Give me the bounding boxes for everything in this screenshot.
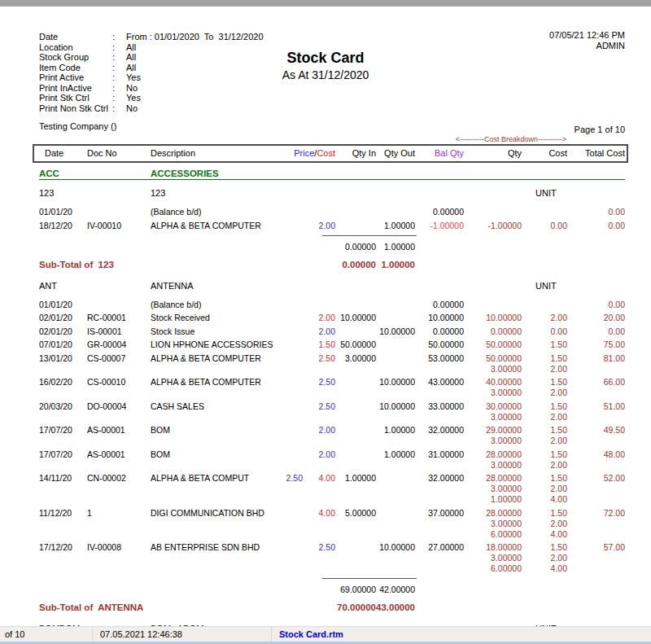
param-colon: :: [112, 93, 126, 103]
totals-rule-row: [0, 235, 651, 237]
txn-date: 20/03/20: [39, 401, 84, 412]
txn-price: 2.50: [295, 401, 335, 412]
transaction-row: 01/01/20(Balance b/d)0.000000.00: [0, 207, 651, 217]
txn-doc-no: CS-00010: [87, 377, 149, 388]
group-code: ACC: [39, 169, 84, 179]
header-breakdown-cost: Cost: [517, 148, 567, 159]
txn-description: BOM: [151, 425, 293, 436]
param-colon: :: [112, 32, 126, 42]
txn-breakdown-qty: 30.000003.00000: [467, 401, 522, 423]
txn-breakdown-qty: 50.00000: [467, 340, 522, 350]
txn-qty-out: 10.00000: [365, 326, 415, 337]
txn-total-cost: 0.00: [568, 326, 625, 337]
txn-bal-qty: 0.00000: [409, 207, 464, 217]
txn-total-cost: 0.00: [568, 300, 625, 310]
report-meta: 07/05/21 12:46 PM ADMIN: [549, 30, 625, 51]
txn-qty-out: 10.00000: [365, 542, 415, 553]
param-row: Print Non Stk Ctrl:No: [39, 103, 264, 114]
transaction-row: 18/12/20IV-00010ALPHA & BETA COMPUTER2.0…: [0, 221, 651, 231]
subtotal-qty-out: 43.00000: [365, 602, 415, 613]
item-name: ANTENNA: [151, 281, 293, 291]
txn-total-cost: 48.00: [568, 449, 625, 460]
txn-total-cost: 81.00: [568, 353, 625, 364]
generated-datetime: 07/05/21 12:46 PM: [549, 30, 625, 41]
txn-price: 2.00: [295, 425, 335, 436]
txn-doc-no: GR-00004: [87, 340, 149, 350]
subtotal-qty-out: 1.00000: [365, 260, 415, 270]
txn-bal-qty: 0.00000: [409, 300, 464, 310]
txn-doc-no: AS-00001: [87, 449, 149, 460]
txn-date: 11/12/20: [39, 508, 84, 519]
txn-qty-in: 3.00000: [326, 353, 376, 364]
txn-doc-no: RC-00001: [87, 313, 149, 323]
txn-breakdown-qty: 28.000003.00000: [467, 449, 522, 471]
item-uom: UNIT: [535, 281, 557, 291]
txn-breakdown-qty: 29.000003.00000: [467, 425, 522, 446]
group-name: ACCESSORIES: [151, 169, 293, 179]
txn-total-cost: 75.00: [568, 340, 625, 350]
header-doc-no: Doc No: [87, 148, 149, 159]
txn-doc-no: CS-00007: [87, 353, 149, 364]
item-uom: UNIT: [535, 188, 557, 199]
cost-breakdown-label: <----------Cost Breakdown---------->: [449, 135, 573, 143]
txn-date: 01/01/20: [39, 300, 84, 310]
txn-qty-out: 10.00000: [365, 377, 415, 388]
txn-price: 2.50: [295, 542, 335, 553]
txn-breakdown-cost: 1.502.004.00: [517, 508, 567, 540]
txn-qty-out: 10.00000: [365, 401, 415, 412]
param-row: Print InActive:No: [39, 83, 264, 94]
txn-doc-no: IS-00001: [87, 326, 149, 337]
item-code: ANT: [39, 281, 84, 291]
window-top-bar: [0, 0, 651, 7]
txn-price: 2.00: [295, 449, 335, 460]
txn-date: 13/01/20: [39, 353, 84, 364]
txn-breakdown-qty: 28.000003.000001.00000: [467, 473, 522, 505]
header-price: Price: [294, 148, 314, 158]
totals-underline: [322, 235, 417, 236]
transaction-row: 20/03/20DO-00004CASH SALES2.5010.0000033…: [0, 401, 651, 423]
param-colon: :: [112, 83, 126, 94]
transaction-row: 13/01/20CS-00007ALPHA & BETA COMPUTER2.5…: [0, 353, 651, 375]
txn-description: (Balance b/d): [151, 300, 293, 310]
txn-bal-qty: 0.00000: [409, 326, 464, 337]
txn-description: Stock Issue: [151, 326, 293, 337]
txn-breakdown-cost: 1.502.00: [517, 425, 567, 446]
param-row: Date:From : 01/01/2020 To 31/12/2020: [39, 32, 264, 42]
param-label: Print Non Stk Ctrl: [39, 103, 112, 114]
total-qty-out: 1.00000: [365, 242, 415, 252]
transaction-row: 02/01/20RC-00001Stock Received2.0010.000…: [0, 313, 651, 323]
txn-doc-no: DO-00004: [87, 401, 149, 412]
txn-qty-out: 1.00000: [365, 221, 415, 231]
txn-description: CASH SALES: [151, 401, 293, 412]
txn-doc-no: 1: [87, 508, 149, 519]
txn-breakdown-cost: 1.502.00: [517, 401, 567, 423]
total-qty-out: 42.00000: [365, 585, 415, 595]
report-table-body: ACCACCESSORIES123123UNIT01/01/20(Balance…: [0, 162, 651, 634]
subtotal-row: Sub-Total of ANTENNA70.0000043.00000: [0, 602, 651, 614]
header-bal-qty: Bal Qty: [409, 148, 464, 159]
txn-date: 17/07/20: [39, 425, 84, 436]
subtotal-row: Sub-Total of 1230.000001.00000: [0, 260, 651, 271]
txn-breakdown-cost: 0.00: [517, 221, 567, 231]
txn-bal-qty: 10.00000: [409, 313, 464, 323]
txn-date: 02/01/20: [39, 313, 84, 323]
txn-bal-qty: 31.00000: [409, 449, 464, 460]
txn-doc-no: CN-00002: [87, 473, 149, 484]
txn-total-cost: 20.00: [568, 313, 625, 323]
txn-price: 2.50: [295, 377, 335, 388]
txn-description: ALPHA & BETA COMPUTER: [151, 377, 293, 388]
txn-qty-in: 10.00000: [326, 313, 376, 323]
param-value: Yes: [126, 93, 141, 103]
header-qty-out: Qty Out: [365, 148, 415, 159]
txn-price: 2.00: [295, 221, 335, 231]
param-label: Print Stk Ctrl: [39, 93, 112, 103]
txn-bal-qty: 43.00000: [409, 377, 464, 388]
txn-qty-in: 50.00000: [326, 340, 376, 350]
txn-total-cost: 72.00: [568, 508, 625, 519]
transaction-row: 16/02/20CS-00010ALPHA & BETA COMPUTER2.5…: [0, 377, 651, 398]
txn-breakdown-cost: 1.502.00: [517, 353, 567, 375]
transaction-row: 11/12/201DIGI COMMUNICATION BHD4.005.000…: [0, 508, 651, 540]
txn-date: 07/01/20: [39, 340, 84, 350]
txn-description: AB ENTERPRISE SDN BHD: [151, 542, 293, 553]
txn-description: LION HPHONE ACCESSORIES: [151, 340, 293, 350]
